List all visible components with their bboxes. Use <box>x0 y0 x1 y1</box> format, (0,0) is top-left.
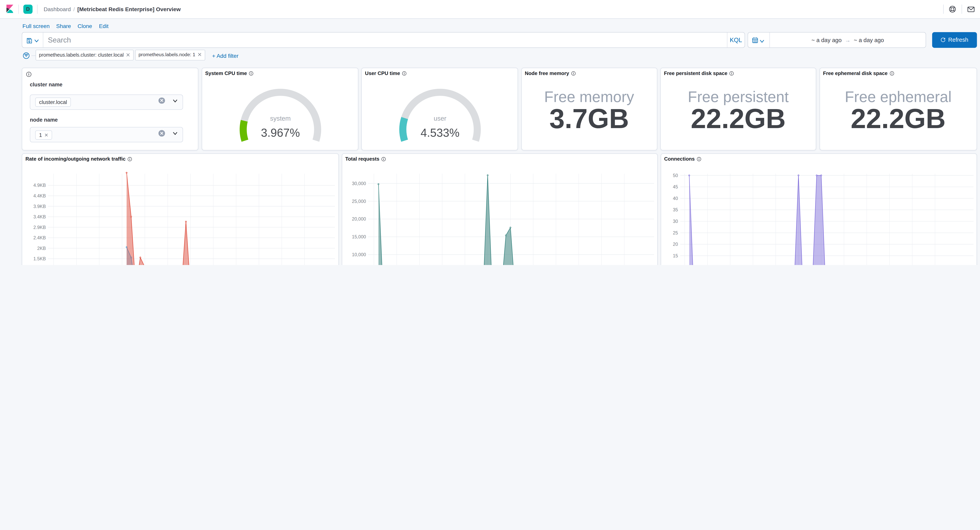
svg-text:3.4KB: 3.4KB <box>33 214 46 219</box>
svg-text:25: 25 <box>673 230 678 235</box>
svg-text:3.967%: 3.967% <box>261 126 300 139</box>
svg-text:1.5KB: 1.5KB <box>33 256 46 261</box>
svg-text:3.9KB: 3.9KB <box>33 204 46 209</box>
svg-text:20: 20 <box>673 242 678 247</box>
svg-text:2.4KB: 2.4KB <box>33 235 46 240</box>
svg-text:user: user <box>434 115 447 122</box>
svg-text:10,000: 10,000 <box>352 252 366 257</box>
svg-text:2KB: 2KB <box>37 246 46 251</box>
svg-text:25,000: 25,000 <box>352 199 366 204</box>
svg-text:30: 30 <box>673 219 678 224</box>
svg-text:10: 10 <box>673 265 678 265</box>
svg-text:45: 45 <box>673 184 678 189</box>
svg-text:2.9KB: 2.9KB <box>33 225 46 230</box>
svg-text:35: 35 <box>673 207 678 212</box>
svg-text:system: system <box>270 115 291 122</box>
svg-text:30,000: 30,000 <box>352 181 366 186</box>
svg-text:15: 15 <box>673 253 678 258</box>
svg-text:20,000: 20,000 <box>352 216 366 222</box>
svg-text:4.4KB: 4.4KB <box>33 193 46 198</box>
svg-text:4.533%: 4.533% <box>421 126 460 139</box>
svg-text:4.9KB: 4.9KB <box>33 183 46 188</box>
svg-text:15,000: 15,000 <box>352 234 366 240</box>
svg-text:50: 50 <box>673 173 678 178</box>
svg-text:40: 40 <box>673 196 678 201</box>
